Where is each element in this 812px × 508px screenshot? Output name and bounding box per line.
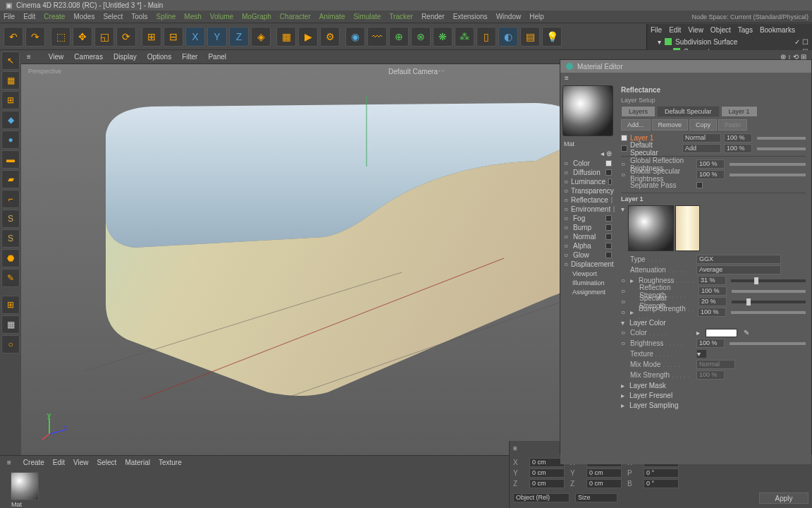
channel-fog[interactable]: ○Fog xyxy=(564,214,612,223)
apply-button[interactable]: Apply xyxy=(759,492,808,504)
channel-viewport[interactable]: Viewport xyxy=(564,269,612,278)
vp-options[interactable]: Options xyxy=(147,53,171,61)
pos-z-field[interactable]: 0 cm xyxy=(529,479,565,488)
z-axis-button[interactable]: Z xyxy=(229,27,249,47)
mm-select[interactable]: Select xyxy=(97,459,117,466)
uv-mode[interactable]: ⌐ xyxy=(1,190,20,208)
rotate-tool[interactable]: ⟳ xyxy=(116,27,136,47)
live-select-tool[interactable]: ↖ xyxy=(1,52,20,70)
om-tags[interactable]: Tags xyxy=(738,26,753,37)
menu-file[interactable]: File xyxy=(4,13,15,20)
grid-snap[interactable]: ⊞ xyxy=(1,296,20,314)
tab-layer1[interactable]: Layer 1 xyxy=(721,106,758,117)
vp-panel[interactable]: Panel xyxy=(208,53,226,61)
workplane-snap[interactable]: ▦ xyxy=(1,315,20,334)
menu-mograph[interactable]: MoGraph xyxy=(242,13,271,20)
primitive-button[interactable]: ◉ xyxy=(345,27,365,47)
vp-display[interactable]: Display xyxy=(113,53,137,61)
default-spec-checkbox[interactable] xyxy=(621,145,627,152)
channel-bump[interactable]: ○Bump xyxy=(564,223,612,232)
light-button[interactable]: ◐ xyxy=(498,27,518,47)
menu-mesh[interactable]: Mesh xyxy=(184,13,201,20)
edge-mode[interactable]: ▬ xyxy=(1,150,20,169)
om-edit[interactable]: Edit xyxy=(669,26,681,37)
remove-layer-button[interactable]: Remove xyxy=(652,119,689,131)
om-file[interactable]: File xyxy=(651,26,662,37)
poly-mode[interactable]: ▰ xyxy=(1,170,20,188)
menu-select[interactable]: Select xyxy=(103,13,123,20)
axis-gizmo[interactable]: y z xyxy=(39,413,67,441)
channel-glow[interactable]: ○Glow xyxy=(564,250,612,260)
menu-help[interactable]: Help xyxy=(529,13,544,20)
om-object[interactable]: Object xyxy=(710,26,731,37)
obj-subdivision[interactable]: ▾ Subdivision Surface ✓ ☐ xyxy=(651,37,808,47)
me-menu-icon[interactable]: ≡ xyxy=(560,73,811,83)
me-arrow-icon[interactable]: ◂ xyxy=(601,150,604,157)
texture-mode[interactable]: ⊞ xyxy=(1,91,20,109)
om-view[interactable]: View xyxy=(688,26,703,37)
field-button[interactable]: ❋ xyxy=(433,27,453,47)
snap-button[interactable]: ⊞ xyxy=(142,27,161,47)
x-axis-button[interactable]: X xyxy=(185,27,205,47)
coord-mode-dropdown[interactable]: Object (Rel) xyxy=(513,493,570,502)
channel-transparency[interactable]: ○Transparency xyxy=(564,186,612,195)
tab-default-spec[interactable]: Default Specular xyxy=(657,106,720,117)
add-layer-button[interactable]: Add... xyxy=(621,119,651,131)
move-tool[interactable]: ✥ xyxy=(73,27,92,47)
expand-preview[interactable]: ▾ xyxy=(621,205,625,251)
deformer-button[interactable]: ⊗ xyxy=(411,27,431,47)
ring-select[interactable]: ○ xyxy=(1,335,20,353)
scene-button[interactable]: ▤ xyxy=(520,27,540,47)
anim-mode[interactable]: ⬣ xyxy=(1,249,20,267)
point-mode[interactable]: ● xyxy=(1,131,20,149)
y-axis-button[interactable]: Y xyxy=(207,27,227,47)
layer-item-default[interactable]: Default Specular Add 100 % xyxy=(621,143,806,154)
paint-mode[interactable]: ✎ xyxy=(1,269,20,287)
select-tool[interactable]: ⬚ xyxy=(51,27,70,47)
copy-layer-button[interactable]: Copy xyxy=(689,119,717,131)
eyedropper-icon[interactable]: ✎ xyxy=(744,329,749,337)
workplane-button[interactable]: ⊟ xyxy=(164,27,183,47)
channel-diffusion[interactable]: ○Diffusion xyxy=(564,168,612,177)
menu-animate[interactable]: Animate xyxy=(319,13,345,20)
channel-reflectance[interactable]: ○Reflectance xyxy=(564,195,612,205)
menu-window[interactable]: Window xyxy=(496,13,522,20)
channel-assignment[interactable]: Assignment xyxy=(564,287,612,296)
coord-size-dropdown[interactable]: Size xyxy=(575,493,617,502)
channel-color[interactable]: ○Color xyxy=(564,159,612,168)
coord-system-button[interactable]: ◈ xyxy=(251,27,271,47)
scale-tool[interactable]: ◱ xyxy=(94,27,114,47)
menu-render[interactable]: Render xyxy=(422,13,445,20)
tab-layers[interactable]: Layers xyxy=(621,106,656,117)
channel-environment[interactable]: ○Environment xyxy=(564,205,612,214)
menu-create[interactable]: Create xyxy=(44,13,65,20)
material-thumbnail[interactable]: Mat xyxy=(11,472,39,500)
mm-view[interactable]: View xyxy=(73,459,89,466)
render-settings-button[interactable]: ⚙ xyxy=(320,27,340,47)
rot-p-field[interactable]: 0 ° xyxy=(644,468,679,478)
layer1-checkbox[interactable] xyxy=(621,135,627,141)
pos-y-field[interactable]: 0 cm xyxy=(529,468,565,478)
redo-button[interactable]: ↷ xyxy=(25,27,45,47)
rot-b-field[interactable]: 0 ° xyxy=(644,479,679,488)
generator-button[interactable]: ⊕ xyxy=(389,27,409,47)
workplane-mode[interactable]: ◆ xyxy=(1,111,20,129)
menu-extensions[interactable]: Extensions xyxy=(453,13,488,20)
pos-x-field[interactable]: 0 cm xyxy=(529,458,565,467)
channel-normal[interactable]: ○Normal xyxy=(564,232,612,241)
me-material-name[interactable]: Mat xyxy=(560,138,615,150)
mm-material[interactable]: Material xyxy=(125,459,150,466)
me-globe-icon[interactable]: ⊕ xyxy=(606,150,612,157)
sculpt-mode[interactable]: S xyxy=(1,210,20,228)
menu-spline[interactable]: Spline xyxy=(156,13,176,20)
layer-color-picker[interactable] xyxy=(706,329,737,337)
menu-edit[interactable]: Edit xyxy=(23,13,35,20)
render-view-button[interactable]: ▦ xyxy=(276,27,296,47)
camera-button[interactable]: ▯ xyxy=(476,27,496,47)
me-preview-sphere[interactable] xyxy=(562,85,613,136)
mm-texture[interactable]: Texture xyxy=(159,459,182,466)
menu-simulate[interactable]: Simulate xyxy=(353,13,381,20)
channel-displacement[interactable]: ○Displacement xyxy=(564,260,612,269)
tree-expand-icon[interactable]: ▾ xyxy=(658,38,661,46)
obj-visibility-icons[interactable]: ✓ ☐ xyxy=(794,38,808,46)
